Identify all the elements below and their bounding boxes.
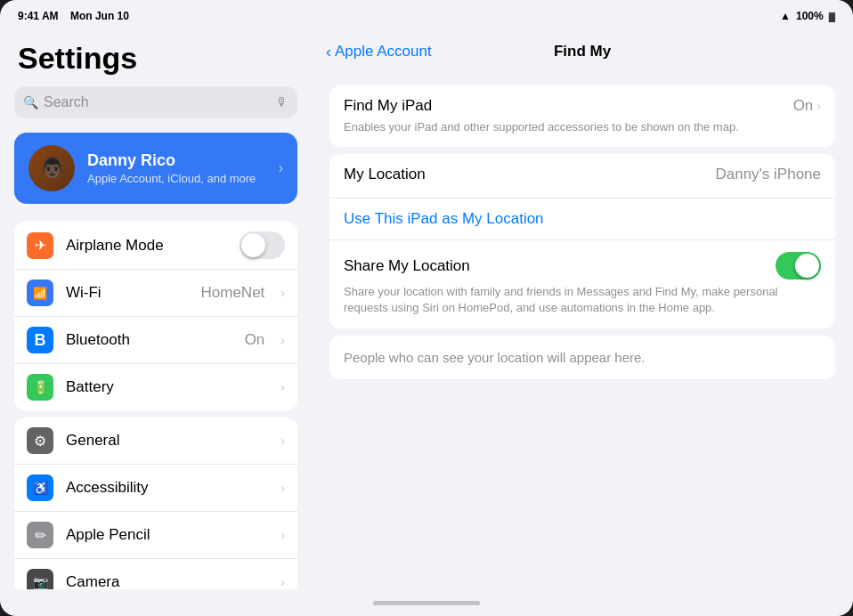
find-my-ipad-label: Find My iPad bbox=[344, 97, 432, 115]
right-panel: ‹ Apple Account Find My Find My iPad On … bbox=[312, 32, 853, 589]
share-location-toggle-knob bbox=[795, 254, 819, 278]
find-my-ipad-chevron-icon: › bbox=[816, 99, 821, 113]
find-my-ipad-row: Find My iPad On › bbox=[344, 97, 821, 115]
battery-bar-icon: ▓ bbox=[829, 12, 835, 21]
right-panel-content: Find My iPad On › Enables your iPad and … bbox=[312, 71, 853, 401]
accessibility-icon: ♿ bbox=[27, 474, 53, 501]
airplane-toggle[interactable] bbox=[240, 231, 285, 259]
general-icon: ⚙ bbox=[27, 427, 53, 454]
share-location-item: Share My Location Share your location wi… bbox=[329, 240, 835, 328]
wifi-icon: ▲ bbox=[780, 10, 791, 22]
airplane-icon: ✈ bbox=[27, 232, 53, 259]
sidebar-item-wifi[interactable]: 📶 Wi-Fi HomeNet › bbox=[14, 270, 297, 317]
accessibility-chevron-icon: › bbox=[280, 481, 285, 495]
status-time: 9:41 AM Mon Jun 10 bbox=[18, 10, 129, 22]
battery-label: Battery bbox=[66, 378, 268, 396]
home-indicator bbox=[0, 589, 853, 616]
sidebar: Settings 🔍 Search 🎙 👨🏿 Danny Rico Apple … bbox=[0, 32, 312, 589]
microphone-icon: 🎙 bbox=[276, 95, 288, 109]
find-my-ipad-item[interactable]: Find My iPad On › Enables your iPad and … bbox=[329, 85, 835, 147]
find-my-ipad-value: On › bbox=[793, 97, 821, 115]
camera-chevron-icon: › bbox=[280, 575, 285, 589]
sidebar-item-bluetooth[interactable]: B Bluetooth On › bbox=[14, 317, 297, 364]
search-placeholder: Search bbox=[44, 94, 271, 110]
apple-pencil-icon: ✏ bbox=[27, 522, 53, 548]
back-chevron-icon: ‹ bbox=[326, 43, 331, 61]
user-name: Danny Rico bbox=[87, 151, 266, 170]
sidebar-item-apple-pencil[interactable]: ✏ Apple Pencil › bbox=[14, 512, 297, 559]
share-location-subtitle: Share your location with family and frie… bbox=[344, 284, 821, 316]
battery-settings-icon: 🔋 bbox=[27, 374, 53, 401]
user-chevron-icon: › bbox=[279, 160, 283, 176]
apple-pencil-chevron-icon: › bbox=[280, 528, 285, 542]
people-placeholder-text: People who can see your location will ap… bbox=[329, 336, 835, 379]
user-info: Danny Rico Apple Account, iCloud, and mo… bbox=[87, 151, 266, 185]
find-my-ipad-subtitle: Enables your iPad and other supported ac… bbox=[344, 119, 821, 135]
battery-icon: 100% bbox=[796, 10, 824, 22]
share-location-row: Share My Location bbox=[344, 252, 821, 280]
wifi-settings-icon: 📶 bbox=[27, 280, 53, 306]
search-icon: 🔍 bbox=[23, 95, 38, 109]
user-card[interactable]: 👨🏿 Danny Rico Apple Account, iCloud, and… bbox=[14, 133, 297, 204]
sidebar-item-airplane-mode[interactable]: ✈ Airplane Mode bbox=[14, 222, 297, 270]
my-location-row: My Location Danny's iPhone bbox=[344, 166, 821, 183]
status-bar: 9:41 AM Mon Jun 10 ▲ 100% ▓ bbox=[0, 0, 853, 32]
share-location-label: Share My Location bbox=[344, 257, 470, 275]
accessibility-label: Accessibility bbox=[66, 479, 268, 497]
airplane-label: Airplane Mode bbox=[66, 237, 227, 255]
sidebar-item-battery[interactable]: 🔋 Battery › bbox=[14, 364, 297, 410]
battery-chevron-icon: › bbox=[280, 380, 285, 394]
right-panel-header: ‹ Apple Account Find My bbox=[312, 32, 853, 71]
settings-group-connectivity: ✈ Airplane Mode 📶 Wi-Fi HomeNet › B Blue bbox=[14, 222, 297, 410]
status-indicators: ▲ 100% ▓ bbox=[780, 10, 835, 22]
back-label: Apple Account bbox=[335, 43, 432, 61]
bluetooth-icon: B bbox=[27, 327, 53, 353]
general-label: General bbox=[66, 432, 268, 450]
my-location-label: My Location bbox=[344, 166, 426, 183]
find-my-ipad-group: Find My iPad On › Enables your iPad and … bbox=[329, 85, 835, 147]
share-location-toggle[interactable] bbox=[776, 252, 821, 280]
wifi-value: HomeNet bbox=[201, 284, 265, 302]
apple-pencil-label: Apple Pencil bbox=[66, 526, 268, 544]
camera-icon: 📷 bbox=[27, 569, 53, 589]
search-bar[interactable]: 🔍 Search 🎙 bbox=[14, 86, 297, 118]
settings-group-general: ⚙ General › ♿ Accessibility › ✏ Apple Pe… bbox=[14, 417, 297, 589]
page-title: Find My bbox=[554, 43, 611, 61]
location-group: My Location Danny's iPhone Use This iPad… bbox=[329, 154, 835, 328]
my-location-item[interactable]: My Location Danny's iPhone bbox=[329, 154, 835, 199]
user-subtitle: Apple Account, iCloud, and more bbox=[87, 172, 266, 185]
wifi-chevron-icon: › bbox=[280, 286, 285, 300]
back-button[interactable]: ‹ Apple Account bbox=[326, 43, 432, 61]
toggle-knob bbox=[241, 233, 265, 257]
general-chevron-icon: › bbox=[280, 434, 285, 448]
sidebar-item-accessibility[interactable]: ♿ Accessibility › bbox=[14, 465, 297, 512]
bluetooth-chevron-icon: › bbox=[280, 333, 285, 347]
people-group: People who can see your location will ap… bbox=[329, 336, 835, 379]
wifi-label: Wi-Fi bbox=[66, 284, 189, 302]
camera-label: Camera bbox=[66, 573, 268, 589]
main-content: Settings 🔍 Search 🎙 👨🏿 Danny Rico Apple … bbox=[0, 32, 853, 589]
sidebar-item-camera[interactable]: 📷 Camera › bbox=[14, 559, 297, 589]
bluetooth-value: On bbox=[245, 331, 265, 349]
sidebar-title: Settings bbox=[0, 32, 312, 86]
ipad-screen: 9:41 AM Mon Jun 10 ▲ 100% ▓ Settings 🔍 S… bbox=[0, 0, 853, 616]
bluetooth-label: Bluetooth bbox=[66, 331, 232, 349]
sidebar-item-general[interactable]: ⚙ General › bbox=[14, 417, 297, 465]
avatar: 👨🏿 bbox=[28, 145, 75, 191]
use-ipad-location-link[interactable]: Use This iPad as My Location bbox=[329, 199, 835, 240]
my-location-value: Danny's iPhone bbox=[715, 166, 821, 183]
home-bar bbox=[373, 601, 480, 605]
